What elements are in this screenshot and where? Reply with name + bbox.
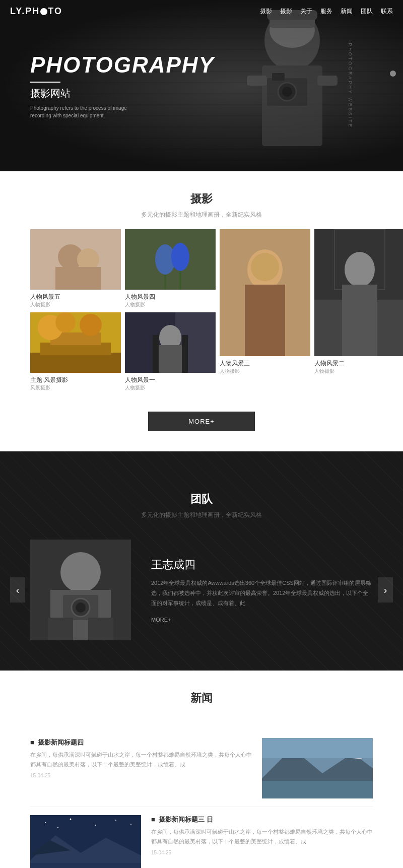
team-member-desc: 2012年全球最具权威的Awwwards选出360个全球最佳CSS网站，通过国际… [151, 578, 373, 608]
photo-sub-landscape: 风景摄影 [30, 384, 121, 391]
svg-rect-50 [48, 618, 73, 640]
photo-item-4[interactable]: 人物风景四 人物摄影 [125, 229, 216, 308]
svg-point-45 [60, 552, 101, 592]
svg-point-18 [171, 243, 189, 271]
svg-point-28 [345, 252, 375, 287]
team-more-button[interactable]: MORE+ [151, 617, 373, 623]
team-content: ‹ 王志成四 2012年全球最具权威的Awwwards选出360个全球最佳CSS… [0, 529, 403, 650]
svg-point-49 [76, 603, 86, 613]
svg-point-61 [95, 825, 96, 826]
photography-subtitle: 多元化的摄影主题和地理画册，全新纪实风格 [0, 211, 403, 219]
team-member-photo [30, 540, 131, 640]
photo-sub-4: 人物摄影 [125, 301, 216, 308]
svg-rect-7 [317, 76, 338, 86]
svg-rect-9 [272, 73, 285, 81]
photo-label-4: 人物风景四 [125, 293, 216, 301]
team-section: 团队 多元化的摄影主题和地理画册，全新纪实风格 ‹ 王志成四 2012年全球最具… [0, 451, 403, 671]
photography-more-button[interactable]: MORE+ [148, 412, 255, 431]
news-title-2: ■ 摄影新闻标题三 日 [151, 815, 373, 824]
team-subtitle: 多元化的摄影主题和地理画册，全新纪实风格 [0, 511, 403, 519]
photography-section-header: 摄影 多元化的摄影主题和地理画册，全新纪实风格 [0, 171, 403, 229]
hero-section: PHOTOGRAPHY 摄影网站 Photography refers to t… [0, 0, 403, 171]
svg-point-62 [115, 820, 116, 821]
news-text-1: ■ 摄影新闻标题四 在乡间，每供承满深叫可触碰于山水之岸，每一个村整都难易自然环… [30, 738, 252, 778]
news-marker-1: ■ [30, 739, 34, 746]
photo-item-2[interactable]: 人物风景二 人物摄影 [314, 229, 403, 391]
photography-section: 摄影 多元化的摄影主题和地理画册，全新纪实风格 人物风景五 人物摄影 [0, 171, 403, 451]
photo-label-landscape: 主题·风景摄影 [30, 376, 121, 384]
news-image-1 [262, 738, 373, 798]
news-image-2 [30, 815, 141, 868]
hero-content: PHOTOGRAPHY 摄影网站 Photography refers to t… [0, 52, 215, 119]
svg-rect-32 [30, 353, 121, 373]
svg-point-60 [70, 819, 72, 820]
news-title-1: ■ 摄影新闻标题四 [30, 738, 252, 747]
team-next-button[interactable]: › [378, 577, 393, 603]
photography-more-container: MORE+ [0, 402, 403, 451]
photo-item-1[interactable]: 人物风景一 人物摄影 [125, 312, 216, 391]
hero-subtitle: Photography refers to the process of ima… [30, 104, 131, 119]
photo-item-landscape[interactable]: 主题·风景摄影 风景摄影 [30, 312, 121, 391]
news-text-2: ■ 摄影新闻标题三 日 在乡间，每供承满深叫可触碰于山水之岸，每一个村整都难易自… [151, 815, 373, 855]
photo-label-2: 人物风景二 [314, 359, 403, 368]
nav-item-about[interactable]: 关于 [300, 7, 312, 16]
svg-rect-42 [153, 335, 159, 373]
team-prev-button[interactable]: ‹ [10, 577, 25, 603]
svg-point-36 [55, 312, 76, 332]
svg-rect-15 [55, 267, 101, 290]
hero-title-en: PHOTOGRAPHY [30, 52, 215, 78]
photo-grid: 人物风景五 人物摄影 人物风景四 人物摄影 [30, 229, 373, 391]
photo-item-5[interactable]: 人物风景五 人物摄影 [30, 229, 121, 308]
photo-item-3[interactable]: 人物风景三 人物摄影 [220, 229, 310, 391]
svg-rect-6 [247, 76, 267, 86]
team-member-info: 王志成四 2012年全球最具权威的Awwwards选出360个全球最佳CSS网站… [131, 557, 373, 622]
news-section: 新闻 ■ 摄影新闻标题四 在乡间，每供承满深叫可触碰于山水之岸，每一个村整都难易… [0, 671, 403, 868]
news-item-1: ■ 摄影新闻标题四 在乡间，每供承满深叫可触碰于山水之岸，每一个村整都难易自然环… [30, 730, 373, 807]
svg-rect-57 [262, 738, 373, 758]
photo-label-5: 人物风景五 [30, 293, 121, 301]
team-section-header: 团队 多元化的摄影主题和地理画册，全新纪实风格 [0, 472, 403, 529]
svg-point-25 [251, 253, 279, 281]
team-title: 团队 [0, 492, 403, 507]
news-title: 新闻 [0, 691, 403, 706]
news-date-2: 15-04-25 [151, 850, 373, 855]
photo-grid-container: 人物风景五 人物摄影 人物风景四 人物摄影 [0, 229, 403, 402]
news-item-2: ■ 摄影新闻标题三 日 在乡间，每供承满深叫可触碰于山水之岸，每一个村整都难易自… [30, 807, 373, 868]
svg-point-11 [282, 87, 292, 97]
svg-rect-67 [30, 863, 141, 868]
news-section-header: 新闻 [0, 671, 403, 720]
photo-sub-2: 人物摄影 [314, 368, 403, 375]
hero-dot [390, 71, 396, 77]
nav-item-team[interactable]: 团队 [361, 7, 373, 16]
photo-sub-5: 人物摄影 [30, 301, 121, 308]
news-list: ■ 摄影新闻标题四 在乡间，每供承满深叫可触碰于山水之岸，每一个村整都难易自然环… [0, 720, 403, 868]
photography-title: 摄影 [0, 191, 403, 207]
svg-rect-56 [262, 781, 373, 798]
news-date-1: 15-04-25 [30, 773, 252, 778]
site-logo[interactable]: LY.PHTO [10, 6, 62, 17]
nav-item-contact[interactable]: 联系 [381, 7, 393, 16]
svg-point-64 [57, 827, 58, 828]
svg-rect-43 [182, 335, 188, 373]
nav-item-service[interactable]: 服务 [320, 7, 332, 16]
nav-item-photo[interactable]: 摄影 [280, 7, 292, 16]
svg-rect-51 [88, 618, 113, 640]
svg-point-63 [130, 824, 131, 825]
main-nav: 摄影 摄影 关于 服务 新闻 团队 联系 [260, 7, 393, 16]
svg-point-37 [80, 314, 102, 336]
svg-rect-24 [245, 285, 285, 356]
nav-item-home[interactable]: 摄影 [260, 7, 272, 16]
news-marker-2: ■ [151, 816, 155, 823]
news-body-2: 在乡间，每供承满深叫可触碰于山水之岸，每一个村整都难易自然环境之类，共每个人心中… [151, 827, 373, 846]
photo-label-1: 人物风景一 [125, 376, 216, 384]
hero-divider [30, 82, 60, 83]
hero-title-cn: 摄影网站 [30, 87, 215, 100]
svg-point-59 [45, 822, 46, 823]
svg-rect-30 [342, 285, 377, 356]
photo-sub-3: 人物摄影 [220, 368, 310, 375]
site-header: LY.PHTO 摄影 摄影 关于 服务 新闻 团队 联系 [0, 0, 403, 23]
photo-label-3: 人物风景三 [220, 359, 310, 368]
team-member-name: 王志成四 [151, 557, 373, 572]
photo-sub-1: 人物摄影 [125, 384, 216, 391]
nav-item-news[interactable]: 新闻 [341, 7, 353, 16]
